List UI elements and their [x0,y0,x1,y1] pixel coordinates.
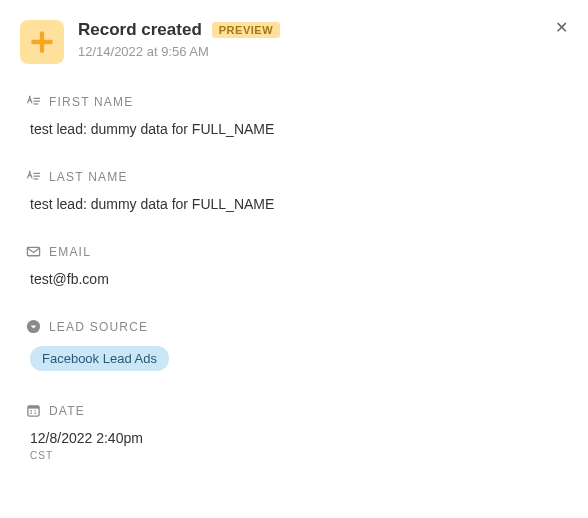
plus-icon [20,20,64,64]
field-last-name: LAST NAME test lead: dummy data for FULL… [20,169,568,212]
svg-rect-5 [34,178,39,179]
lead-source-tag[interactable]: Facebook Lead Ads [30,346,169,371]
field-lead-source: LEAD SOURCE Facebook Lead Ads [20,319,568,371]
dropdown-icon [26,319,41,334]
field-label-text: EMAIL [49,245,91,259]
text-field-icon [26,94,41,109]
svg-rect-0 [34,98,41,99]
field-value: test lead: dummy data for FULL_NAME [26,196,568,212]
svg-rect-2 [34,103,39,104]
timezone: CST [26,450,568,461]
svg-rect-1 [34,101,41,102]
field-value: 12/8/2022 2:40pm [26,430,568,446]
field-email: EMAIL test@fb.com [20,244,568,287]
record-header: Record created PREVIEW 12/14/2022 at 9:5… [20,20,568,64]
svg-rect-3 [34,173,41,174]
field-value: test lead: dummy data for FULL_NAME [26,121,568,137]
preview-badge: PREVIEW [212,22,280,38]
field-value: test@fb.com [26,271,568,287]
field-label-text: LAST NAME [49,170,128,184]
record-timestamp: 12/14/2022 at 9:56 AM [78,44,280,59]
email-icon [26,244,41,259]
text-field-icon [26,169,41,184]
record-title: Record created [78,20,202,40]
svg-rect-9 [28,406,39,409]
svg-rect-4 [34,176,41,177]
field-first-name: FIRST NAME test lead: dummy data for FUL… [20,94,568,137]
close-button[interactable]: ✕ [553,18,570,38]
field-label-text: LEAD SOURCE [49,320,148,334]
field-date: 31 DATE 12/8/2022 2:40pm CST [20,403,568,461]
field-label-text: DATE [49,404,85,418]
calendar-icon: 31 [26,403,41,418]
field-label-text: FIRST NAME [49,95,133,109]
svg-text:31: 31 [29,409,38,415]
close-icon: ✕ [555,19,568,36]
